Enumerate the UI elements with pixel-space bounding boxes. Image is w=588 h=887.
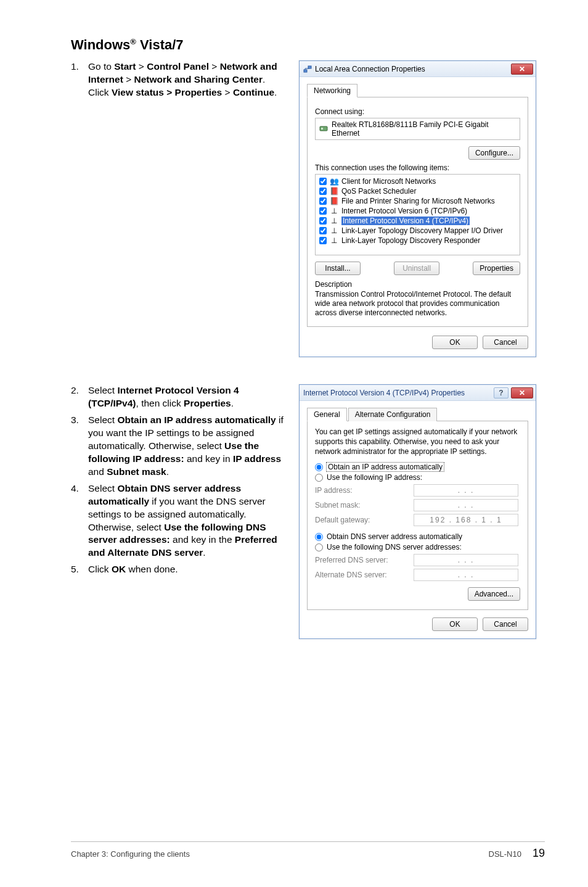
intro-text: You can get IP settings assigned automat…	[315, 427, 520, 456]
step-body: Select Internet Protocol Version 4 (TCP/…	[88, 384, 287, 410]
gateway-label: Default gateway:	[315, 516, 414, 524]
close-icon[interactable]: ✕	[511, 64, 533, 75]
page-footer: Chapter 3: Configuring the clients DSL-N…	[71, 841, 545, 860]
cancel-button[interactable]: Cancel	[483, 617, 528, 631]
step-body: Go to Start > Control Panel > Network an…	[88, 60, 287, 99]
step-num: 3.	[71, 414, 88, 479]
step-body: Click OK when done.	[88, 563, 287, 576]
footer-chapter: Chapter 3: Configuring the clients	[71, 849, 190, 859]
radio-obtain-ip[interactable]: Obtain an IP address automatically	[315, 463, 520, 471]
item-label: QoS Packet Scheduler	[341, 187, 416, 196]
titlebar: Internet Protocol Version 4 (TCP/IPv4) P…	[300, 385, 536, 401]
svg-rect-1	[308, 66, 311, 68]
alternate-dns-field[interactable]: . . .	[414, 569, 518, 581]
radio-use-ip[interactable]: Use the following IP address:	[315, 473, 520, 482]
svg-rect-0	[304, 70, 307, 72]
description-text: Transmission Control Protocol/Internet P…	[315, 290, 520, 318]
page-heading: Windows® Vista/7	[71, 37, 545, 53]
radio-use-ip-label: Use the following IP address:	[327, 473, 422, 482]
radio-use-ip-input[interactable]	[315, 474, 323, 482]
list-item[interactable]: ⊥Link-Layer Topology Discovery Responder	[318, 236, 517, 245]
close-icon[interactable]: ✕	[511, 387, 533, 398]
list-item[interactable]: 📕File and Printer Sharing for Microsoft …	[318, 196, 517, 206]
list-item[interactable]: 📕QoS Packet Scheduler	[318, 186, 517, 196]
item-checkbox[interactable]	[319, 197, 327, 205]
tab-general[interactable]: General	[307, 408, 347, 421]
local-area-connection-dialog: Local Area Connection Properties ✕ Netwo…	[299, 60, 536, 357]
help-icon[interactable]: ?	[494, 387, 508, 398]
adapter-field[interactable]: Realtek RTL8168B/8111B Family PCI-E Giga…	[315, 118, 520, 140]
dialog-title: Local Area Connection Properties	[315, 65, 511, 73]
gateway-field[interactable]: 192 . 168 . 1 . 1	[414, 514, 518, 526]
connection-items-list[interactable]: 👥Client for Microsoft Networks📕QoS Packe…	[315, 174, 520, 255]
titlebar: Local Area Connection Properties ✕	[300, 61, 536, 77]
item-label: Internet Protocol Version 6 (TCP/IPv6)	[341, 207, 467, 215]
item-checkbox[interactable]	[319, 188, 327, 195]
radio-use-dns[interactable]: Use the following DNS server addresses:	[315, 543, 520, 551]
step: 2.Select Internet Protocol Version 4 (TC…	[71, 384, 287, 410]
item-checkbox[interactable]	[319, 207, 327, 215]
item-icon: ⊥	[330, 236, 338, 245]
radio-obtain-dns-label: Obtain DNS server address automatically	[327, 532, 462, 541]
uninstall-button[interactable]: Uninstall	[394, 262, 439, 275]
radio-obtain-dns-input[interactable]	[315, 533, 323, 541]
step-num: 5.	[71, 563, 88, 576]
connect-using-label: Connect using:	[315, 107, 520, 116]
radio-use-dns-input[interactable]	[315, 543, 323, 551]
heading-suffix: Vista/7	[136, 37, 184, 52]
item-checkbox[interactable]	[319, 217, 327, 225]
radio-obtain-ip-input[interactable]	[315, 463, 323, 471]
ok-button[interactable]: OK	[432, 617, 478, 631]
cancel-button[interactable]: Cancel	[483, 336, 528, 349]
item-label: Link-Layer Topology Discovery Responder	[341, 236, 480, 245]
properties-button[interactable]: Properties	[473, 262, 520, 275]
item-label: Client for Microsoft Networks	[341, 177, 436, 186]
heading-reg: ®	[130, 37, 136, 46]
step: 4.Select Obtain DNS server address autom…	[71, 482, 287, 560]
uses-label: This connection uses the following items…	[315, 163, 520, 172]
ip-address-label: IP address:	[315, 486, 414, 495]
ok-button[interactable]: OK	[432, 336, 478, 349]
subnet-label: Subnet mask:	[315, 501, 414, 510]
step: 3.Select Obtain an IP address automatica…	[71, 414, 287, 479]
item-label: Internet Protocol Version 4 (TCP/IPv4)	[341, 217, 470, 225]
preferred-dns-field[interactable]: . . .	[414, 554, 518, 566]
heading-prefix: Windows	[71, 37, 130, 52]
subnet-field[interactable]: . . .	[414, 499, 518, 511]
item-label: Link-Layer Topology Discovery Mapper I/O…	[341, 226, 503, 235]
advanced-button[interactable]: Advanced...	[468, 587, 520, 601]
item-icon: ⊥	[330, 207, 338, 215]
list-item[interactable]: ⊥Internet Protocol Version 4 (TCP/IPv4)	[318, 216, 517, 226]
radio-obtain-ip-label: Obtain an IP address automatically	[327, 463, 444, 471]
tab-networking[interactable]: Networking	[307, 84, 357, 97]
item-checkbox[interactable]	[319, 178, 327, 185]
dialog-title: Internet Protocol Version 4 (TCP/IPv4) P…	[303, 389, 494, 397]
network-icon	[303, 65, 312, 73]
adapter-icon	[319, 125, 328, 134]
radio-obtain-dns[interactable]: Obtain DNS server address automatically	[315, 532, 520, 541]
item-icon: 📕	[330, 197, 338, 205]
install-button[interactable]: Install...	[315, 262, 361, 275]
ipv4-properties-dialog: Internet Protocol Version 4 (TCP/IPv4) P…	[299, 384, 536, 639]
adapter-name: Realtek RTL8168B/8111B Family PCI-E Giga…	[332, 120, 516, 138]
preferred-dns-label: Preferred DNS server:	[315, 556, 414, 564]
step-num: 2.	[71, 384, 88, 410]
step-num: 4.	[71, 482, 88, 560]
configure-button[interactable]: Configure...	[468, 146, 520, 160]
list-item[interactable]: 👥Client for Microsoft Networks	[318, 176, 517, 186]
item-checkbox[interactable]	[319, 227, 327, 234]
step-1: 1. Go to Start > Control Panel > Network…	[71, 60, 287, 99]
list-item[interactable]: ⊥Link-Layer Topology Discovery Mapper I/…	[318, 226, 517, 236]
item-icon: ⊥	[330, 217, 338, 225]
svg-rect-3	[321, 128, 323, 130]
item-label: File and Printer Sharing for Microsoft N…	[341, 197, 495, 205]
tab-alternate[interactable]: Alternate Configuration	[348, 408, 438, 421]
item-checkbox[interactable]	[319, 237, 327, 244]
step-body: Select Obtain DNS server address automat…	[88, 482, 287, 560]
step: 5.Click OK when done.	[71, 563, 287, 576]
alternate-dns-label: Alternate DNS server:	[315, 571, 414, 579]
ip-address-field[interactable]: . . .	[414, 484, 518, 497]
radio-use-dns-label: Use the following DNS server addresses:	[327, 543, 462, 551]
list-item[interactable]: ⊥Internet Protocol Version 6 (TCP/IPv6)	[318, 206, 517, 216]
tabstrip: Networking	[307, 83, 528, 97]
